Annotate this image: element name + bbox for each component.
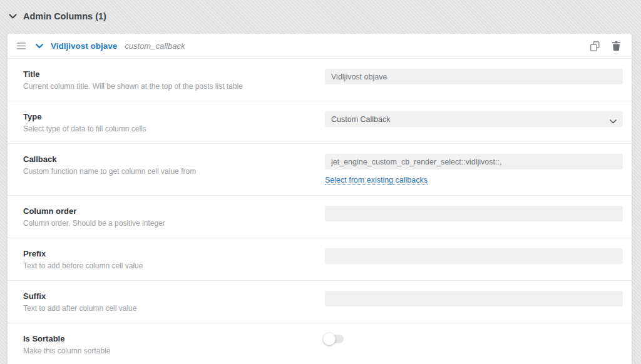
type-select[interactable]: Custom Callback [325, 111, 623, 127]
field-row-prefix: Prefix Text to add before column cell va… [8, 238, 632, 281]
field-description: Select type of data to fill column cells [23, 124, 325, 133]
column-order-input[interactable] [325, 206, 623, 221]
item-actions [589, 40, 622, 53]
column-type-slug: custom_callback [125, 41, 185, 51]
field-row-title: Title Current column title. Will be show… [8, 59, 632, 101]
field-label: Suffix [23, 291, 325, 301]
title-input[interactable] [325, 69, 623, 84]
type-select-value: Custom Callback [331, 115, 390, 124]
admin-column-card: Vidljivost objave custom_callback Title … [8, 34, 632, 364]
field-description: Make this column sortable [23, 346, 325, 355]
chevron-down-icon [610, 117, 617, 126]
field-control [325, 291, 623, 313]
field-description: Current column title. Will be shown at t… [23, 82, 325, 91]
field-label: Is Sortable [23, 334, 325, 343]
field-info: Type Select type of data to fill column … [16, 111, 325, 133]
field-info: Prefix Text to add before column cell va… [16, 248, 325, 270]
field-control [325, 333, 623, 357]
field-row-column-order: Column order Column order. Should be a p… [8, 196, 632, 238]
drag-handle-icon[interactable] [16, 41, 27, 51]
field-row-type: Type Select type of data to fill column … [8, 101, 632, 144]
field-control [325, 69, 623, 91]
field-control: Custom Callback [325, 111, 623, 133]
field-description: Custom function name to get column cell … [23, 167, 325, 176]
field-info: Is Sortable Make this column sortable [16, 333, 325, 357]
chevron-down-icon[interactable] [8, 13, 18, 21]
field-description: Column order. Should be a positive integ… [23, 219, 325, 228]
field-label: Prefix [23, 249, 325, 258]
chevron-down-icon[interactable] [34, 43, 44, 50]
field-control [325, 206, 623, 228]
prefix-input[interactable] [325, 248, 623, 264]
field-description: Text to add after column cell value [23, 304, 325, 313]
clone-icon[interactable] [589, 40, 601, 53]
toggle-knob [323, 333, 336, 345]
is-sortable-toggle[interactable] [325, 335, 344, 343]
column-item-title[interactable]: Vidljivost objave [51, 41, 117, 51]
field-info: Callback Custom function name to get col… [16, 154, 325, 185]
field-label: Type [23, 112, 325, 121]
field-control [325, 248, 623, 270]
field-info: Column order Column order. Should be a p… [16, 206, 325, 228]
callback-input[interactable] [325, 154, 623, 169]
column-item-header: Vidljivost objave custom_callback [8, 34, 632, 59]
accordion-title: Admin Columns (1) [23, 11, 106, 21]
field-row-is-sortable: Is Sortable Make this column sortable [8, 323, 632, 364]
field-row-callback: Callback Custom function name to get col… [8, 144, 632, 196]
field-description: Text to add before column cell value [23, 261, 325, 270]
field-row-suffix: Suffix Text to add after column cell val… [8, 281, 632, 323]
field-info: Title Current column title. Will be show… [16, 69, 325, 91]
field-control: Select from existing callbacks [325, 154, 623, 185]
field-info: Suffix Text to add after column cell val… [16, 291, 325, 313]
admin-columns-accordion-header[interactable]: Admin Columns (1) [0, 0, 641, 29]
suffix-input[interactable] [325, 291, 623, 306]
field-label: Title [23, 69, 325, 79]
field-label: Column order [23, 206, 325, 216]
field-label: Callback [23, 154, 325, 164]
select-existing-callbacks-link[interactable]: Select from existing callbacks [325, 176, 428, 185]
trash-icon[interactable] [611, 40, 622, 52]
